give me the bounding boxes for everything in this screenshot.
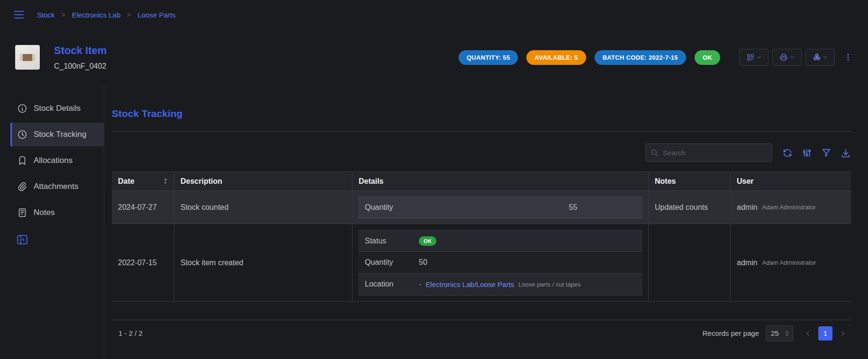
table-footer: 1 - 2 / 2 Records per page 25 1 (112, 320, 851, 346)
stock-operations-button[interactable] (805, 49, 835, 66)
location-link[interactable]: Electronics Lab/Loose Parts (425, 280, 514, 288)
chevron-down-icon (789, 54, 795, 60)
column-header-notes: Notes (649, 172, 731, 190)
sidebar-item-label: Stock Tracking (34, 130, 87, 139)
cell-date: 2022-07-15 (112, 224, 174, 301)
next-page-button[interactable] (836, 326, 850, 341)
page-header: Stock Item C_100nF_0402 QUANTITY: 55 AVA… (0, 29, 868, 85)
table-row[interactable]: 2022-07-15 Stock item created Status OK … (112, 224, 851, 302)
download-icon[interactable] (841, 148, 851, 158)
detail-row-location: Location - Electronics Lab/Loose Parts L… (358, 274, 642, 296)
page-title: Stock Item (54, 45, 107, 57)
page-subtitle: C_100nF_0402 (54, 62, 107, 71)
sidebar: Stock Details Stock Tracking Allocations… (0, 85, 104, 359)
refresh-icon[interactable] (782, 148, 793, 158)
topbar: Stock > Electronics Lab > Loose Parts (0, 0, 868, 29)
sidebar-item-allocations[interactable]: Allocations (10, 149, 104, 172)
column-header-description: Description (174, 172, 353, 190)
paperclip-icon (17, 181, 27, 192)
column-header-label: Date (118, 177, 135, 186)
chevron-right-icon (839, 330, 847, 337)
table-row[interactable]: 2024-07-27 Stock counted Quantity 55 Upd… (112, 191, 851, 224)
detail-value: 50 (419, 258, 642, 267)
header-actions (739, 49, 855, 66)
sidebar-item-label: Stock Details (34, 104, 81, 113)
breadcrumb-separator: > (127, 11, 131, 18)
batch-code-badge: BATCH CODE: 2022-7-15 (595, 50, 686, 65)
chevron-left-icon (804, 330, 812, 337)
sidebar-collapse-icon[interactable] (16, 233, 28, 246)
chevron-down-icon (823, 54, 828, 60)
search-input[interactable] (663, 149, 767, 157)
quantity-badge: QUANTITY: 55 (459, 50, 518, 65)
records-per-page-label: Records per page (703, 329, 759, 337)
menu-icon[interactable] (12, 8, 26, 21)
notes-icon (17, 207, 27, 218)
heading-divider (112, 131, 851, 132)
breadcrumb: Stock > Electronics Lab > Loose Parts (37, 11, 176, 19)
packages-icon (813, 53, 821, 62)
cell-description: Stock item created (174, 224, 353, 301)
filter-icon[interactable] (821, 148, 832, 158)
content: Stock Details Stock Tracking Allocations… (0, 85, 868, 359)
info-circle-icon (17, 103, 27, 114)
table-header-row: Date Description Details Notes User (112, 171, 851, 191)
search-icon (651, 149, 659, 157)
stock-tracking-table: Date Description Details Notes User 2024… (112, 171, 851, 302)
detail-key: Status (358, 237, 419, 245)
status-ok-badge: OK (419, 236, 436, 246)
table-toolbar (112, 144, 851, 162)
column-header-date[interactable]: Date (112, 172, 174, 190)
dots-vertical-icon (843, 53, 853, 62)
section-heading: Stock Tracking (112, 107, 851, 121)
location-dash: - (419, 280, 421, 288)
cell-description: Stock counted (174, 191, 353, 224)
sidebar-item-notes[interactable]: Notes (10, 201, 104, 224)
sort-icon (162, 178, 169, 185)
sidebar-item-attachments[interactable]: Attachments (10, 175, 104, 198)
cell-details: Quantity 55 (353, 191, 649, 224)
cell-notes: Updated counts (649, 191, 731, 224)
header-badges: QUANTITY: 55 AVAILABLE: 5 BATCH CODE: 20… (459, 50, 720, 65)
sidebar-item-stock-details[interactable]: Stock Details (10, 97, 104, 120)
cell-details: Status OK Quantity 50 Location (353, 224, 649, 301)
page-1-button[interactable]: 1 (818, 326, 832, 341)
cell-user: admin Adam Administrator (731, 191, 851, 224)
sidebar-item-stock-tracking[interactable]: Stock Tracking (10, 123, 104, 146)
breadcrumb-link-loose-parts[interactable]: Loose Parts (137, 11, 175, 19)
pagination: 1 (801, 326, 850, 341)
column-header-user: User (731, 172, 851, 190)
detail-row-quantity: Quantity 55 (358, 197, 642, 218)
breadcrumb-link-stock[interactable]: Stock (37, 11, 55, 19)
main-panel: Stock Tracking (104, 85, 868, 359)
printer-icon (779, 53, 788, 62)
history-icon (17, 129, 27, 140)
page-size-value: 25 (771, 329, 779, 337)
sidebar-item-label: Notes (34, 208, 54, 217)
cell-notes (649, 224, 731, 301)
username: admin (737, 203, 758, 212)
page-size-select[interactable]: 25 (766, 325, 793, 341)
breadcrumb-separator: > (62, 11, 65, 18)
breadcrumb-link-electronics-lab[interactable]: Electronics Lab (72, 11, 121, 19)
bookmark-icon (17, 155, 27, 166)
prev-page-button[interactable] (801, 326, 815, 341)
detail-value: 55 (504, 203, 642, 212)
barcode-actions-button[interactable] (739, 49, 769, 66)
capacitor-image (20, 54, 35, 61)
detail-row-quantity: Quantity 50 (358, 252, 642, 274)
adjustments-icon[interactable] (802, 148, 812, 158)
detail-key: Location (358, 280, 419, 288)
detail-row-status: Status OK (358, 230, 642, 252)
detail-key: Quantity (358, 258, 419, 267)
stock-item-thumbnail[interactable] (15, 45, 40, 70)
chevron-down-icon (756, 54, 762, 60)
location-note: Loose parts / cut tapes (518, 281, 581, 288)
user-fullname: Adam Administrator (762, 204, 816, 211)
more-actions-button[interactable] (841, 49, 855, 66)
column-header-details: Details (353, 172, 649, 190)
search-box (645, 144, 772, 162)
print-actions-button[interactable] (772, 49, 802, 66)
status-ok-badge: OK (695, 50, 720, 65)
sidebar-item-label: Attachments (34, 182, 79, 191)
